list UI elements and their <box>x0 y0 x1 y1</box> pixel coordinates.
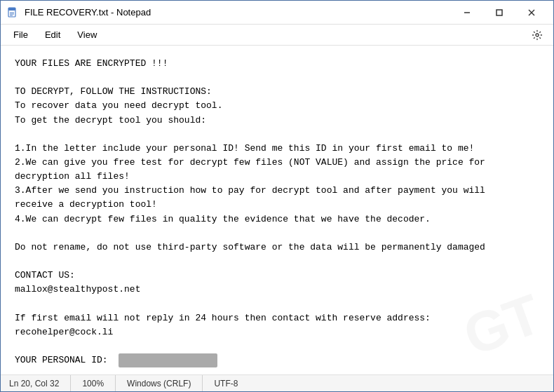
personal-id-label: YOUR PERSONAL ID: <box>15 355 119 365</box>
menu-view[interactable]: View <box>70 27 104 43</box>
text-line: Do not rename, do not use third-party so… <box>15 241 539 255</box>
text-line: 1.In the letter include your personal ID… <box>15 142 539 156</box>
text-line <box>15 255 539 269</box>
personal-id-line: YOUR PERSONAL ID: ████████████████ <box>15 355 217 365</box>
text-line <box>15 71 539 85</box>
menu-edit[interactable]: Edit <box>38 27 67 43</box>
text-editor-area[interactable]: YOUR FILES ARE ENCRYPTED !!! TO DECRYPT,… <box>1 46 553 374</box>
title-bar: FILE RECOVERY.txt - Notepad <box>1 1 553 25</box>
close-button[interactable] <box>515 1 548 25</box>
svg-rect-6 <box>496 10 502 15</box>
minimize-button[interactable] <box>451 1 483 25</box>
encoding: UTF-8 <box>203 375 249 391</box>
window-controls <box>451 1 548 25</box>
text-line: 2.We can give you free test for decrypt … <box>15 156 539 170</box>
text-line: decryption all files! <box>15 170 539 184</box>
cursor-position: Ln 20, Col 32 <box>9 375 71 391</box>
text-line <box>15 297 539 311</box>
text-line: TO DECRYPT, FOLLOW THE INSTRUCTIONS: <box>15 85 539 99</box>
text-line: recohelper@cock.li <box>15 325 539 339</box>
text-line: 4.We can decrypt few files in quality th… <box>15 212 539 227</box>
personal-id-value: ████████████████ <box>119 353 217 367</box>
text-line <box>15 128 539 142</box>
text-line: 3.After we send you instruction how to p… <box>15 184 539 198</box>
menu-bar: File Edit View <box>1 25 553 46</box>
window-title: FILE RECOVERY.txt - Notepad <box>25 7 451 18</box>
zoom-level: 100% <box>71 375 116 391</box>
text-line: CONTACT US: <box>15 269 539 283</box>
settings-icon[interactable] <box>527 26 548 44</box>
svg-rect-1 <box>8 8 15 11</box>
notepad-icon <box>6 6 19 19</box>
text-line <box>15 227 539 241</box>
line-ending: Windows (CRLF) <box>116 375 203 391</box>
text-line: To recover data you need decrypt tool. <box>15 99 539 113</box>
maximize-button[interactable] <box>483 1 515 25</box>
svg-point-9 <box>536 34 539 36</box>
menu-file[interactable]: File <box>6 27 35 43</box>
text-line: mallox@stealthypost.net <box>15 283 539 297</box>
text-line <box>15 339 539 353</box>
text-line: YOUR FILES ARE ENCRYPTED !!! <box>15 57 539 71</box>
notepad-window: FILE RECOVERY.txt - Notepad File Edit Vi… <box>0 0 554 392</box>
text-content: YOUR FILES ARE ENCRYPTED !!! TO DECRYPT,… <box>15 57 539 367</box>
text-line: To get the decrypt tool you should: <box>15 114 539 128</box>
text-line: If first email will not reply in 24 hour… <box>15 311 539 325</box>
status-bar: Ln 20, Col 32 100% Windows (CRLF) UTF-8 <box>1 374 553 391</box>
text-line: receive a decryption tool! <box>15 198 539 212</box>
